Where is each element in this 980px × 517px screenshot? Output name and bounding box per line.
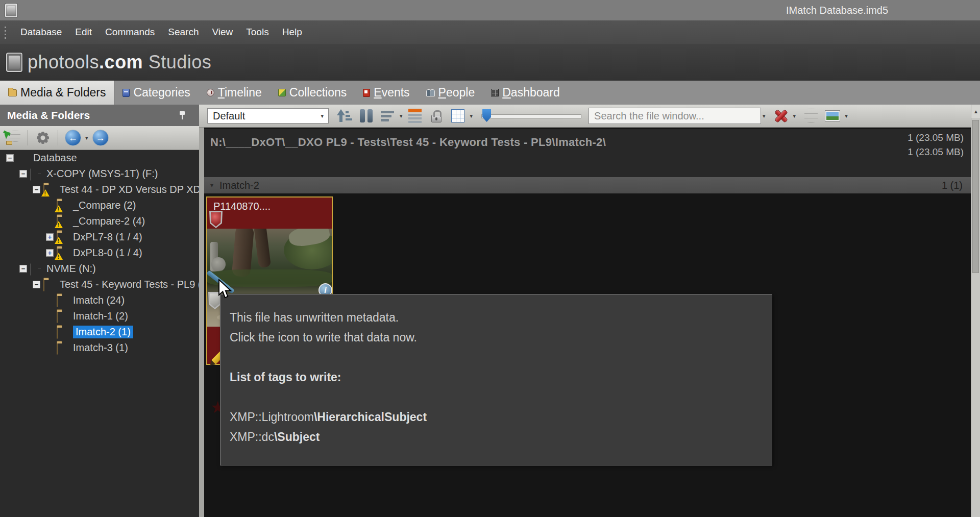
slider-track[interactable]	[481, 114, 581, 118]
collapse-group-icon[interactable]: ▾	[210, 182, 213, 189]
tab-people[interactable]: People	[418, 81, 483, 105]
tree-item-xcopy-drive[interactable]: − X-COPY (MSYS-1T) (F:)	[0, 166, 199, 182]
lock-view-button[interactable]	[427, 106, 446, 126]
file-window-toolbar: Default ▾ ▾ ▾ ▾	[199, 105, 971, 128]
warning-icon	[55, 205, 63, 212]
view-mode-button[interactable]	[378, 106, 397, 126]
photools-logo-icon	[6, 53, 22, 72]
history-forward-button[interactable]: →	[91, 128, 110, 147]
clear-filter-dropdown[interactable]: ▾	[793, 113, 796, 119]
folder-icon	[57, 342, 58, 355]
menu-bar: Database Edit Commands Search View Tools…	[0, 20, 980, 44]
tab-media-folders[interactable]: Media & Folders	[0, 81, 114, 105]
folder-icon	[57, 327, 58, 339]
tree-item-dxpl7-8[interactable]: + DxPL7-8 (1 / 4)	[0, 229, 199, 245]
group-header[interactable]: ▾ Imatch-2 1 (1)	[204, 177, 971, 193]
warning-icon	[41, 189, 50, 196]
tooltip-heading: List of tags to write:	[230, 367, 762, 387]
menu-item-edit[interactable]: Edit	[68, 23, 99, 41]
pin-icon[interactable]	[178, 111, 186, 120]
grid-layout-dropdown[interactable]: ▾	[470, 113, 473, 119]
menu-item-tools[interactable]: Tools	[239, 23, 275, 41]
view-mode-dropdown[interactable]: ▾	[400, 113, 403, 119]
menu-item-search[interactable]: Search	[161, 23, 205, 41]
tab-collections[interactable]: Collections	[270, 81, 355, 105]
tab-timeline[interactable]: Timeline	[199, 81, 270, 105]
grid-icon	[451, 109, 464, 122]
chevron-down-icon: ▾	[321, 113, 324, 119]
panel-splitter[interactable]	[199, 128, 204, 517]
scrollbar-thumb[interactable]	[972, 120, 979, 273]
tree-item-test44[interactable]: − Test 44 - DP XD Versus DP XD2	[0, 182, 199, 198]
folder-settings-button[interactable]	[33, 128, 53, 147]
tree-item-imatch[interactable]: Imatch (24)	[0, 292, 199, 308]
toolbar-separator	[28, 130, 28, 145]
search-history-dropdown[interactable]: ▾	[763, 113, 766, 119]
search-input[interactable]	[589, 108, 761, 124]
tree-item-compare2[interactable]: _Compare-2 (4)	[0, 213, 199, 229]
panes-icon	[360, 109, 373, 122]
menu-item-commands[interactable]: Commands	[99, 23, 161, 41]
scroll-up-icon[interactable]: ▲	[971, 105, 980, 118]
collapse-icon[interactable]: −	[33, 281, 40, 288]
collapse-icon[interactable]: −	[6, 154, 14, 162]
tree-item-compare[interactable]: _Compare (2)	[0, 198, 199, 213]
tree-item-nvme-drive[interactable]: − NVME (N:)	[0, 261, 199, 277]
tab-events[interactable]: Events	[355, 81, 418, 105]
metadata-tooltip: This file has unwritten metadata. Click …	[220, 294, 772, 465]
tree-item-imatch-1[interactable]: Imatch-1 (2)	[0, 308, 199, 324]
dashboard-icon	[491, 89, 499, 96]
viewer-panes-button[interactable]	[356, 106, 376, 126]
media-type-dropdown[interactable]: ▾	[845, 113, 848, 119]
group-count: 1 (1)	[942, 180, 963, 191]
menu-item-help[interactable]: Help	[276, 23, 309, 41]
folder-tree: − Database − X-COPY (MSYS-1T) (F:) − Tes…	[0, 150, 199, 517]
red-x-icon	[774, 109, 788, 122]
sort-order-button[interactable]	[335, 106, 354, 126]
grid-layout-button[interactable]	[448, 106, 468, 126]
tree-item-dxpl8-0[interactable]: + DxPL8-0 (1 / 4)	[0, 245, 199, 261]
toolbar-separator	[58, 130, 58, 145]
folder-icon	[8, 89, 17, 96]
rescan-folder-button[interactable]	[3, 128, 22, 147]
app-tab-bar: Media & Folders Categories Timeline Coll…	[0, 81, 980, 105]
list-view-icon	[381, 109, 394, 123]
sort-icon	[336, 108, 353, 124]
media-type-filter-button[interactable]	[823, 106, 842, 126]
info-template-button[interactable]	[405, 106, 425, 126]
collapse-icon[interactable]: −	[19, 170, 27, 178]
toolbar-grip-icon[interactable]	[4, 26, 7, 39]
thumbnail-size-slider[interactable]	[481, 108, 581, 124]
drive-icon	[30, 263, 31, 276]
layout-preset-select[interactable]: Default ▾	[207, 108, 329, 124]
expand-icon[interactable]: +	[46, 233, 54, 241]
gear-icon	[36, 131, 50, 144]
back-history-dropdown[interactable]: ▾	[85, 135, 88, 141]
tab-dashboard[interactable]: Dashboard	[483, 81, 568, 105]
tree-item-test45[interactable]: − Test 45 - Keyword Tests - PL9 (	[0, 277, 199, 292]
collapse-icon[interactable]: −	[33, 186, 40, 193]
database-scope-button[interactable]	[801, 106, 821, 126]
file-name: P1140870....	[213, 201, 271, 212]
app-icon	[5, 4, 17, 17]
collapse-icon[interactable]: −	[19, 265, 27, 273]
slider-thumb[interactable]	[482, 109, 491, 122]
warning-icon	[55, 221, 63, 228]
folder-icon	[57, 295, 58, 307]
tooltip-tag-2: XMP::dc\Subject	[230, 427, 762, 447]
folder-icon	[57, 311, 58, 323]
expand-icon[interactable]: +	[46, 249, 54, 257]
menu-item-view[interactable]: View	[205, 23, 239, 41]
menu-item-database[interactable]: Database	[14, 23, 68, 41]
tab-categories[interactable]: Categories	[114, 81, 198, 105]
tree-item-imatch-3[interactable]: Imatch-3 (1)	[0, 340, 199, 356]
lock-icon	[431, 115, 442, 122]
history-back-button[interactable]: ←	[63, 128, 83, 147]
title-bar: IMatch Database.imd5	[0, 0, 980, 20]
tree-item-imatch-2[interactable]: Imatch-2 (1)	[0, 324, 199, 340]
file-window-scrollbar[interactable]: ▲	[971, 105, 980, 517]
tree-item-database[interactable]: − Database	[0, 150, 199, 166]
protected-shield-icon[interactable]	[209, 211, 223, 228]
clear-filter-button[interactable]	[771, 106, 791, 126]
database-cylinder-icon	[804, 109, 818, 123]
